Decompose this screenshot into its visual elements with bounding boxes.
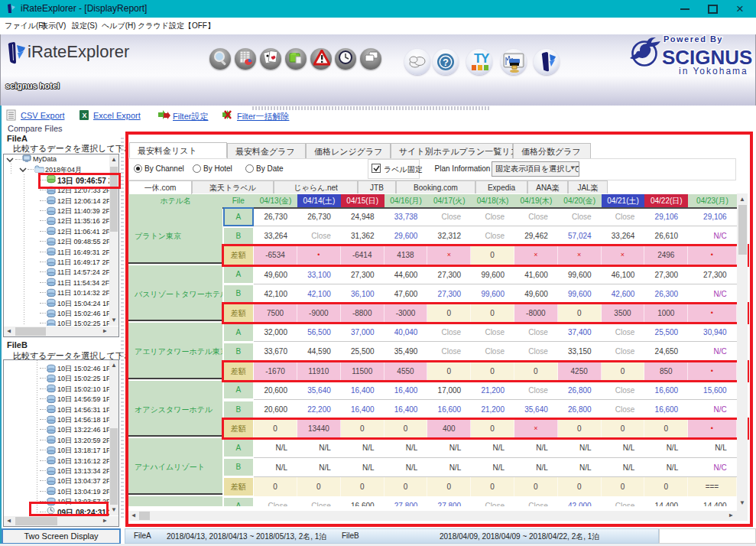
svg-text:X: X [82,112,86,119]
svg-text:in Yokohama: in Yokohama [679,66,748,76]
svg-text:Y: Y [481,52,490,66]
svg-text:?: ? [443,57,449,68]
svg-text:Powered By: Powered By [664,34,723,44]
